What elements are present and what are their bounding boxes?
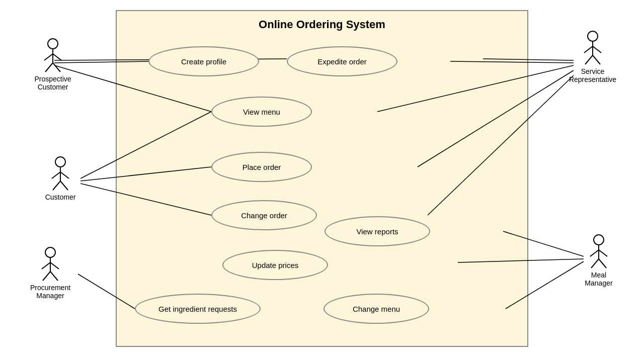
actor-icon-prospective-customer: [40, 38, 65, 73]
svg-line-19: [45, 63, 53, 72]
usecase-change-order: Change order: [211, 200, 317, 230]
svg-line-38: [593, 55, 600, 64]
usecase-expedite-order: Expedite order: [287, 46, 397, 76]
usecase-change-menu: Change menu: [324, 294, 429, 324]
usecase-place-order: Place order: [211, 152, 312, 182]
svg-line-29: [42, 262, 50, 269]
usecase-view-menu: View menu: [211, 97, 312, 127]
actor-icon-customer: [48, 156, 73, 191]
svg-line-32: [50, 272, 58, 281]
svg-point-27: [45, 247, 55, 257]
svg-line-24: [60, 172, 69, 178]
system-title: Online Ordering System: [117, 18, 527, 31]
svg-line-20: [53, 63, 60, 72]
svg-line-35: [584, 46, 593, 53]
usecase-create-profile: Create profile: [148, 46, 259, 76]
svg-line-23: [52, 172, 60, 178]
svg-line-42: [599, 250, 607, 256]
actor-label-service-representative: ServiceRepresentative: [569, 67, 616, 83]
actor-label-customer: Customer: [45, 193, 76, 201]
actor-service-representative: ServiceRepresentative: [568, 30, 618, 83]
actor-label-procurement-manager: ProcurementManager: [30, 284, 70, 300]
actor-icon-procurement-manager: [38, 246, 63, 282]
actor-icon-meal-manager: [586, 234, 611, 269]
svg-line-41: [590, 250, 599, 256]
svg-line-25: [53, 181, 60, 190]
usecase-view-reports: View reports: [325, 216, 430, 246]
svg-line-30: [50, 262, 59, 269]
usecase-get-ingredient-requests: Get ingredient requests: [135, 294, 261, 324]
svg-point-33: [588, 31, 598, 41]
actor-prospective-customer: ProspectiveCustomer: [28, 38, 78, 91]
usecase-update-prices: Update prices: [222, 250, 328, 280]
svg-line-36: [593, 46, 601, 53]
actor-icon-service-representative: [580, 30, 605, 65]
svg-line-31: [43, 272, 50, 281]
svg-point-21: [55, 157, 65, 167]
actor-label-prospective-customer: ProspectiveCustomer: [34, 75, 71, 91]
svg-point-15: [48, 39, 58, 49]
svg-line-26: [60, 181, 68, 190]
diagram-container: Online Ordering System: [0, 0, 644, 362]
actor-meal-manager: MealManager: [574, 234, 624, 287]
svg-point-39: [594, 235, 604, 245]
svg-line-17: [44, 54, 53, 60]
actor-label-meal-manager: MealManager: [585, 271, 612, 287]
svg-line-37: [585, 55, 593, 64]
actor-customer: Customer: [35, 156, 86, 201]
svg-line-18: [53, 54, 61, 60]
svg-line-44: [599, 259, 606, 268]
svg-line-43: [591, 259, 599, 268]
actor-procurement-manager: ProcurementManager: [25, 246, 75, 300]
